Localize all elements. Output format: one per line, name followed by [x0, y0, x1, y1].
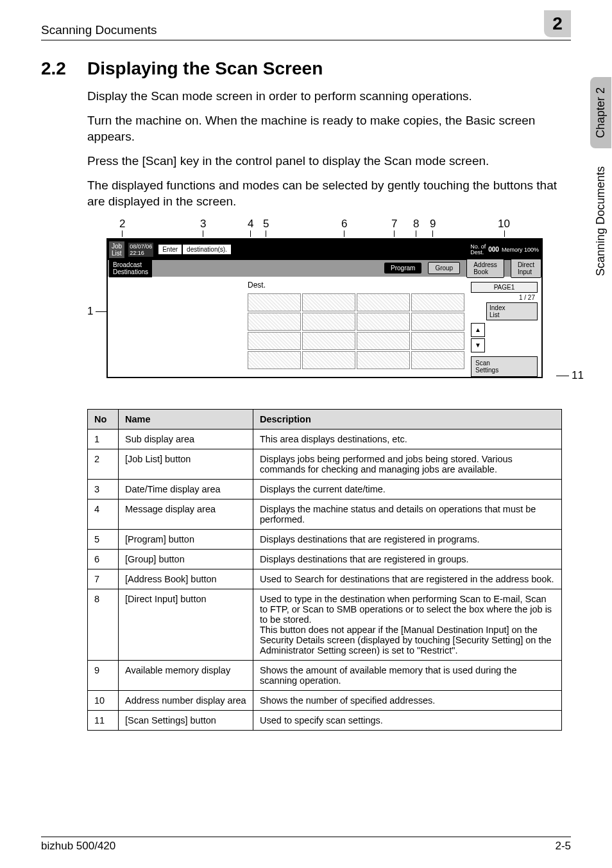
- page-indicator: PAGE1: [471, 282, 538, 293]
- cell-desc: Displays destinations that are registere…: [253, 529, 562, 549]
- th-no: No: [88, 409, 119, 429]
- cell-name: [Address Book] button: [119, 569, 253, 589]
- callout-4: 4: [248, 218, 253, 230]
- footer-page: 2-5: [555, 840, 571, 853]
- table-row: 1Sub display areaThis area displays dest…: [88, 429, 562, 449]
- dest-cell[interactable]: [357, 332, 410, 350]
- dest-cell[interactable]: [302, 351, 355, 369]
- cell-desc: This area displays destinations, etc.: [253, 429, 562, 449]
- cell-no: 8: [88, 589, 119, 660]
- table-row: 6[Group] buttonDisplays destinations tha…: [88, 549, 562, 569]
- direct-input-tab[interactable]: Direct Input: [511, 259, 541, 278]
- cell-desc: Used to specify scan settings.: [253, 710, 562, 730]
- cell-no: 4: [88, 499, 119, 529]
- cell-no: 6: [88, 549, 119, 569]
- cell-name: Date/Time display area: [119, 479, 253, 499]
- cell-no: 9: [88, 660, 119, 690]
- table-row: 8[Direct Input] buttonUsed to type in th…: [88, 589, 562, 660]
- table-row: 9Available memory displayShows the amoun…: [88, 660, 562, 690]
- dest-cell[interactable]: [411, 332, 464, 350]
- dest-cell[interactable]: [411, 351, 464, 369]
- th-name: Name: [119, 409, 253, 429]
- cell-desc: Displays jobs being performed and jobs b…: [253, 449, 562, 479]
- callout-2: 2: [119, 218, 125, 230]
- dest-cell[interactable]: [248, 332, 301, 350]
- index-list-button[interactable]: Index List: [486, 302, 538, 320]
- callout-11-label: 11: [572, 369, 584, 381]
- paragraph: Press the [Scan] key in the control pane…: [87, 153, 571, 169]
- address-book-tab[interactable]: Address Book: [466, 259, 504, 278]
- dest-count-label: No. of Dest.: [470, 244, 486, 256]
- side-section: Scanning Documents: [590, 164, 611, 279]
- paragraph: Display the Scan mode screen in order to…: [87, 88, 571, 105]
- cell-no: 1: [88, 429, 119, 449]
- cell-name: [Group] button: [119, 549, 253, 569]
- body-text: Display the Scan mode screen in order to…: [87, 88, 571, 210]
- callout-numbers-top: 2 3 4 5 6 7 8 9 10: [87, 218, 571, 233]
- dest-cell[interactable]: [302, 293, 355, 311]
- callout-6: 6: [341, 218, 347, 230]
- broadcast-destinations-label: Broadcast Destinations: [109, 259, 152, 277]
- table-row: 5[Program] buttonDisplays destinations t…: [88, 529, 562, 549]
- cell-name: [Job List] button: [119, 449, 253, 479]
- side-chapter: Chapter 2: [590, 77, 611, 148]
- enter-label: Enter: [158, 245, 182, 254]
- screen-figure: 2 3 4 5 6 7 8 9 10 1 Job List 08/07/06 2…: [87, 218, 571, 391]
- program-tab[interactable]: Program: [384, 263, 421, 273]
- callout-5: 5: [263, 218, 269, 230]
- cell-desc: Used to type in the destination when per…: [253, 589, 562, 660]
- dest-cell[interactable]: [302, 332, 355, 350]
- arrow-up-icon: ▲: [475, 326, 481, 333]
- cell-name: Message display area: [119, 499, 253, 529]
- cell-name: [Program] button: [119, 529, 253, 549]
- page-fraction: 1 / 27: [471, 294, 538, 301]
- callout-1-label: 1: [87, 305, 93, 317]
- dest-cell[interactable]: [357, 313, 410, 331]
- dest-cell[interactable]: [248, 313, 301, 331]
- callout-3: 3: [200, 218, 206, 230]
- cell-desc: Displays the machine status and details …: [253, 499, 562, 529]
- dest-cell[interactable]: [357, 293, 410, 311]
- scroll-up-button[interactable]: ▲: [471, 323, 485, 337]
- description-table: No Name Description 1Sub display areaThi…: [87, 409, 562, 731]
- scroll-down-button[interactable]: ▼: [471, 338, 485, 352]
- memory-value: 100%: [524, 247, 539, 253]
- side-tab: Chapter 2 Scanning Documents: [589, 77, 612, 279]
- cell-name: Address number display area: [119, 690, 253, 710]
- dest-count-value: 000: [488, 246, 499, 253]
- cell-no: 3: [88, 479, 119, 499]
- group-tab[interactable]: Group: [428, 262, 460, 274]
- scan-screen-panel: Job List 08/07/06 22:16 Enter destinatio…: [106, 238, 543, 378]
- dest-grid: [248, 293, 464, 370]
- dest-cell[interactable]: [411, 293, 464, 311]
- running-header: Scanning Documents: [41, 23, 157, 37]
- header-rule: [41, 40, 571, 40]
- table-row: 2[Job List] buttonDisplays jobs being pe…: [88, 449, 562, 479]
- memory-label: Memory 100%: [502, 247, 539, 253]
- table-row: 11[Scan Settings] buttonUsed to specify …: [88, 710, 562, 730]
- panel-top-bar: Job List 08/07/06 22:16 Enter destinatio…: [108, 239, 541, 260]
- dest-cell[interactable]: [411, 313, 464, 331]
- cell-no: 7: [88, 569, 119, 589]
- cell-desc: Displays destinations that are registere…: [253, 549, 562, 569]
- cell-desc: Shows the amount of available memory tha…: [253, 660, 562, 690]
- panel-right-column: PAGE1 1 / 27 Index List ▲ ▼ Scan Setting…: [471, 282, 538, 377]
- dest-cell[interactable]: [357, 351, 410, 369]
- callout-8: 8: [413, 218, 419, 230]
- table-row: 4Message display areaDisplays the machin…: [88, 499, 562, 529]
- paragraph: Turn the machine on. When the machine is…: [87, 112, 571, 145]
- scan-settings-button[interactable]: Scan Settings: [471, 356, 538, 377]
- dest-cell[interactable]: [248, 293, 301, 311]
- cell-desc: Used to Search for destinations that are…: [253, 569, 562, 589]
- job-list-button[interactable]: Job List: [109, 241, 124, 258]
- dest-cell[interactable]: [248, 351, 301, 369]
- cell-no: 11: [88, 710, 119, 730]
- cell-no: 10: [88, 690, 119, 710]
- message-display: destination(s).: [183, 245, 231, 254]
- dest-cell[interactable]: [302, 313, 355, 331]
- table-row: 3Date/Time display areaDisplays the curr…: [88, 479, 562, 499]
- memory-text: Memory: [502, 247, 523, 253]
- datetime-display: 08/07/06 22:16: [128, 243, 153, 257]
- table-row: 10Address number display areaShows the n…: [88, 690, 562, 710]
- arrow-down-icon: ▼: [475, 342, 481, 349]
